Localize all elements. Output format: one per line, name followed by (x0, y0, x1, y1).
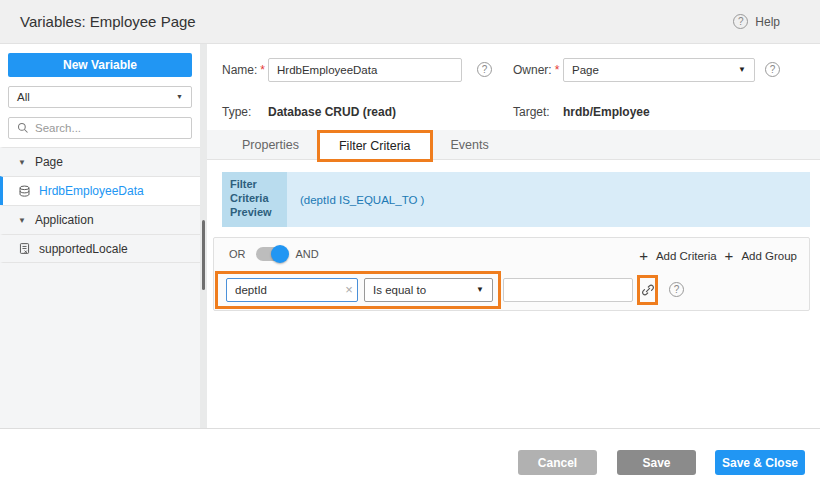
document-variable-icon (18, 242, 31, 255)
logic-toggle-row: OR AND (229, 247, 319, 261)
tree-item-label: Application (35, 213, 94, 227)
caret-down-icon: ▼ (18, 216, 26, 225)
add-actions: + Add Criteria + Add Group (639, 247, 797, 264)
criteria-panel: OR AND + Add Criteria + Add Group × (213, 237, 810, 311)
owner-label-text: Owner: (513, 63, 552, 77)
criteria-condition-select[interactable]: Is equal to ▼ (364, 278, 493, 302)
variable-filter-select[interactable]: All ▼ (8, 86, 192, 108)
filter-criteria-preview-label: Filter Criteria Preview (222, 172, 287, 227)
sidebar-item-hrdbemployeedata[interactable]: HrdbEmployeeData (0, 176, 200, 205)
target-label: Target: (513, 100, 550, 124)
toggle-knob (271, 245, 289, 263)
variables-dialog: Variables: Employee Page ? Help New Vari… (0, 0, 820, 490)
chevron-down-icon: ▼ (738, 59, 746, 81)
chevron-down-icon: ▼ (476, 279, 484, 301)
tab-events[interactable]: Events (431, 130, 509, 160)
save-and-close-button[interactable]: Save & Close (715, 450, 805, 475)
tab-bar: Properties Filter Criteria Events (207, 130, 820, 160)
criteria-help-icon[interactable]: ? (669, 282, 684, 297)
help-icon: ? (733, 14, 748, 29)
variable-detail-panel: Name:* ? Owner:* Page ▼ ? Type: Database… (207, 44, 820, 428)
annotation-box-bind-icon (637, 275, 658, 305)
name-label: Name:* (222, 58, 265, 82)
chevron-down-icon: ▼ (176, 87, 183, 107)
variable-filter-value: All (17, 91, 30, 103)
required-marker: * (555, 63, 560, 77)
type-value: Database CRUD (read) (268, 100, 396, 124)
sidebar-item-application-group[interactable]: ▼ Application (0, 205, 200, 234)
and-label: AND (296, 248, 319, 260)
search-box[interactable] (8, 117, 192, 139)
search-icon (17, 122, 29, 134)
tab-properties[interactable]: Properties (222, 130, 319, 160)
tab-filter-criteria[interactable]: Filter Criteria (319, 130, 431, 160)
clear-field-icon[interactable]: × (340, 278, 358, 302)
help-button[interactable]: ? Help (733, 14, 780, 29)
help-label: Help (755, 15, 780, 29)
plus-icon: + (639, 247, 648, 264)
sidebar-item-page-group[interactable]: ▼ Page (0, 147, 200, 176)
target-value: hrdb/Employee (563, 100, 650, 124)
owner-label: Owner:* (513, 58, 559, 82)
add-criteria-button[interactable]: + Add Criteria (639, 247, 716, 264)
name-input[interactable] (268, 58, 462, 82)
name-label-text: Name: (222, 63, 257, 77)
add-group-button[interactable]: + Add Group (725, 247, 797, 264)
search-input[interactable] (35, 118, 175, 138)
sidebar-controls: New Variable All ▼ (0, 44, 200, 147)
page-title: Variables: Employee Page (20, 0, 196, 44)
filter-criteria-preview: Filter Criteria Preview (deptId IS_EQUAL… (222, 172, 810, 227)
variables-sidebar: New Variable All ▼ ▼ Page (0, 44, 200, 428)
criteria-field-input[interactable] (226, 278, 358, 302)
or-label: OR (229, 248, 246, 260)
dialog-header: Variables: Employee Page ? Help (0, 0, 820, 44)
filter-criteria-preview-value: (deptId IS_EQUAL_TO ) (287, 172, 810, 227)
or-and-toggle[interactable] (256, 247, 286, 261)
criteria-condition-value: Is equal to (373, 284, 426, 296)
database-variable-icon (18, 185, 31, 198)
add-criteria-label: Add Criteria (656, 250, 717, 262)
add-group-label: Add Group (741, 250, 797, 262)
dialog-footer: Cancel Save Save & Close (0, 428, 820, 490)
link-icon (641, 283, 655, 297)
tab-filter-criteria-label: Filter Criteria (339, 139, 411, 153)
owner-select-value: Page (572, 64, 599, 76)
name-help-icon[interactable]: ? (477, 62, 492, 77)
required-marker: * (260, 63, 265, 77)
cancel-button[interactable]: Cancel (518, 450, 597, 475)
scrollbar-thumb[interactable] (202, 220, 205, 290)
tree-item-label: supportedLocale (39, 242, 128, 256)
sidebar-item-supportedlocale[interactable]: supportedLocale (0, 234, 200, 263)
plus-icon: + (725, 247, 734, 264)
owner-select[interactable]: Page ▼ (563, 58, 755, 82)
owner-help-icon[interactable]: ? (765, 62, 780, 77)
tree-item-label: Page (35, 155, 63, 169)
new-variable-button[interactable]: New Variable (8, 53, 192, 77)
criteria-value-input[interactable] (503, 278, 633, 302)
sidebar-divider (200, 44, 207, 428)
tree-item-label: HrdbEmployeeData (39, 184, 144, 198)
save-button[interactable]: Save (617, 450, 696, 475)
bind-variable-button[interactable] (641, 283, 655, 297)
caret-down-icon: ▼ (18, 158, 26, 167)
type-label: Type: (222, 100, 251, 124)
